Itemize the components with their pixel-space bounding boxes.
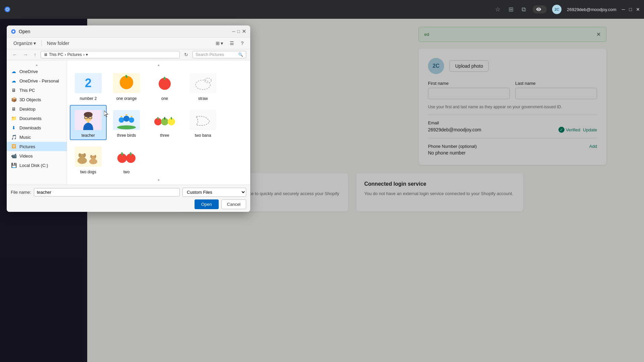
nav-item-music[interactable]: 🎵 Music [7, 132, 67, 142]
grid-scroll-up[interactable]: ▲ [70, 63, 248, 67]
one-image [151, 73, 178, 93]
dialog-bottom: File name: Custom Files Open Cancel [7, 185, 250, 212]
file-thumb-teacher [73, 108, 103, 132]
browser-user-email: 26929deb@moodjoy.com [567, 7, 616, 12]
nav-item-onedrive[interactable]: ☁ OneDrive [7, 67, 67, 76]
nav-item-local-disk[interactable]: 💾 Local Disk (C:) [7, 161, 67, 170]
three-image [151, 110, 178, 130]
onedrive-personal-icon: ☁ [11, 78, 17, 84]
organize-btn[interactable]: Organize ▾ [11, 40, 39, 47]
nav-item-pictures[interactable]: 🖼 Pictures [7, 142, 67, 151]
file-name-one: one [161, 96, 168, 102]
filetype-select[interactable]: Custom Files [182, 188, 246, 197]
bookmark-icon[interactable]: ☆ [494, 4, 502, 14]
nav-item-downloads[interactable]: ⬇ Downloads [7, 123, 67, 132]
file-item-two[interactable]: two [108, 141, 145, 177]
svg-text:2: 2 [85, 76, 92, 90]
nav-label-videos: Videos [19, 154, 33, 159]
file-item-one-orange[interactable]: one orange [108, 68, 145, 104]
dialog-window-controls: ─ □ ✕ [232, 28, 246, 35]
dialog-grid-area[interactable]: ▲ 2 number 2 [67, 60, 250, 185]
two-dogs-image [75, 146, 102, 167]
dialog-toolbar: Organize ▾ New folder ⊞ ▾ ☰ ? [7, 38, 250, 49]
minimize-btn[interactable]: ─ [622, 7, 625, 12]
file-thumb-one-orange [111, 71, 142, 95]
filename-label: File name: [11, 190, 31, 195]
two-image [113, 146, 140, 167]
nav-label-onedrive: OneDrive [19, 69, 38, 74]
grid-scroll-down[interactable]: ▼ [70, 178, 248, 182]
close-btn[interactable]: ✕ [636, 7, 640, 12]
nav-label-pictures: Pictures [19, 144, 35, 149]
maximize-btn[interactable]: □ [629, 7, 632, 12]
tab-icon[interactable]: ⧉ [520, 5, 527, 14]
file-name-number2: number 2 [80, 96, 97, 102]
browser-user-avatar[interactable]: 2C [552, 5, 561, 14]
desktop-icon: 🖥 [11, 106, 17, 112]
dialog-maximize-btn[interactable]: □ [237, 28, 240, 35]
address-path[interactable]: 🖥 This PC › Pictures › ▾ [41, 51, 180, 58]
open-button[interactable]: Open [195, 199, 219, 209]
refresh-btn[interactable]: ↻ [182, 51, 190, 58]
back-nav-btn[interactable]: ← [11, 51, 19, 58]
nav-item-videos[interactable]: 📹 Videos [7, 151, 67, 161]
cancel-button[interactable]: Cancel [221, 199, 246, 209]
svg-point-47 [94, 155, 96, 158]
filename-input[interactable] [34, 188, 180, 196]
forward-nav-btn[interactable]: → [21, 51, 30, 58]
3d-objects-icon: 📦 [11, 97, 17, 103]
view-chevron-icon: ▾ [221, 41, 223, 46]
file-item-straw[interactable]: straw [184, 68, 221, 104]
nav-label-desktop: Desktop [19, 107, 36, 112]
file-item-three-birds[interactable]: three birds [108, 105, 145, 140]
dialog-minimize-btn[interactable]: ─ [232, 28, 235, 35]
file-thumb-one [150, 71, 180, 95]
extensions-icon[interactable]: ⊞ [507, 4, 515, 14]
up-nav-btn[interactable]: ↑ [32, 51, 38, 58]
documents-icon: 📁 [11, 115, 17, 121]
svg-rect-38 [190, 110, 216, 130]
help-btn[interactable]: ? [238, 40, 246, 47]
file-item-number2[interactable]: 2 number 2 [70, 68, 107, 104]
file-thumb-straw [188, 71, 218, 95]
chrome-icon [4, 6, 11, 13]
file-name-two-bana: two bana [195, 133, 211, 138]
svg-point-42 [78, 153, 81, 157]
file-item-two-bana[interactable]: two bana [184, 105, 221, 140]
file-thumb-two-dogs [73, 145, 103, 168]
file-item-three[interactable]: three [146, 105, 183, 140]
nav-label-3d-objects: 3D Objects [19, 97, 41, 102]
file-item-one[interactable]: one [146, 68, 183, 104]
search-box[interactable]: Search Pictures 🔍 [193, 51, 246, 58]
three-birds-image [113, 110, 140, 130]
filename-row: File name: Custom Files [11, 188, 246, 197]
svg-point-27 [123, 116, 129, 122]
file-item-two-dogs[interactable]: two dogs [70, 141, 107, 177]
nav-label-downloads: Downloads [19, 125, 41, 130]
nav-label-local-disk: Local Disk (C:) [19, 163, 48, 168]
local-disk-icon: 💾 [11, 162, 17, 168]
two-bana-image [190, 110, 216, 130]
file-name-two-dogs: two dogs [80, 170, 96, 175]
nav-item-desktop[interactable]: 🖥 Desktop [7, 104, 67, 114]
dialog-close-btn[interactable]: ✕ [242, 28, 246, 35]
nav-item-documents[interactable]: 📁 Documents [7, 114, 67, 123]
nav-label-onedrive-personal: OneDrive - Personal [19, 78, 59, 83]
view-toggle-btn[interactable]: ⊞ ▾ [213, 40, 226, 47]
teacher-image [75, 110, 102, 130]
nav-scroll-up[interactable]: ▲ [7, 63, 67, 67]
address-path-pictures: Pictures [67, 52, 82, 57]
svg-point-46 [90, 155, 92, 158]
nav-label-music: Music [19, 135, 31, 140]
dialog-addressbar: ← → ↑ 🖥 This PC › Pictures › ▾ ↻ Search … [7, 49, 250, 60]
nav-item-3d-objects[interactable]: 📦 3D Objects [7, 95, 67, 104]
toolbar-separator-1 [41, 40, 42, 46]
view-details-btn[interactable]: ☰ [227, 40, 237, 47]
nav-item-onedrive-personal[interactable]: ☁ OneDrive - Personal [7, 76, 67, 85]
svg-point-4 [12, 31, 14, 32]
nav-item-this-pc[interactable]: 🖥 This PC [7, 85, 67, 95]
file-item-teacher[interactable]: teacher [70, 105, 107, 140]
file-name-straw: straw [198, 96, 208, 102]
new-folder-btn[interactable]: New folder [44, 40, 72, 47]
svg-point-2 [6, 8, 8, 10]
